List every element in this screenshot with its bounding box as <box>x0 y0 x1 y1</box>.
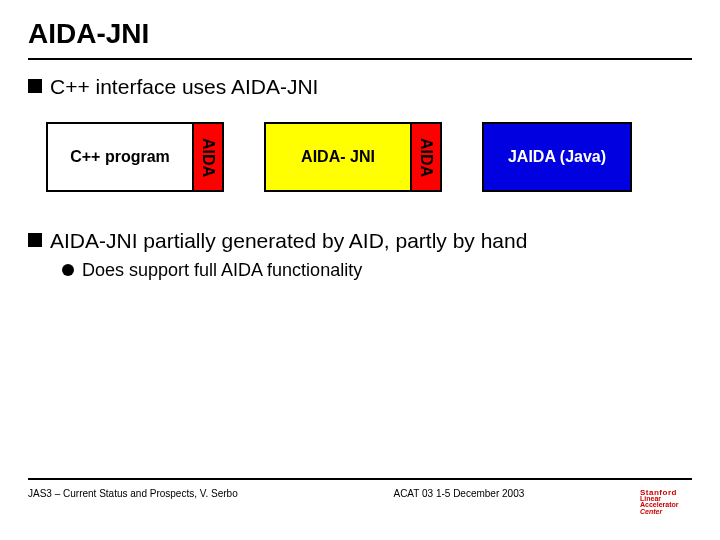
slide-title: AIDA-JNI <box>28 18 692 56</box>
disc-bullet-icon <box>62 264 74 276</box>
aida-tab-left: AIDA <box>192 124 222 190</box>
bullet-2-sub-1: Does support full AIDA functionality <box>62 259 692 282</box>
cpp-program-box: C++ program AIDA <box>46 122 224 192</box>
logo-line-4: Center <box>640 509 692 515</box>
jaida-box: JAIDA (Java) <box>482 122 632 192</box>
bullet-1: C++ interface uses AIDA-JNI <box>28 74 692 100</box>
architecture-diagram: C++ program AIDA AIDA- JNI AIDA JAIDA (J… <box>46 122 692 192</box>
content-area: C++ interface uses AIDA-JNI C++ program … <box>28 60 692 281</box>
square-bullet-icon <box>28 233 42 247</box>
bullet-2-text: AIDA-JNI partially generated by AID, par… <box>50 228 527 254</box>
slide: AIDA-JNI C++ interface uses AIDA-JNI C++… <box>0 0 720 540</box>
square-bullet-icon <box>28 79 42 93</box>
bullet-2-sub-1-text: Does support full AIDA functionality <box>82 259 362 282</box>
slac-logo: Stanford Linear Accelerator Center <box>640 488 692 516</box>
footer-left: JAS3 – Current Status and Prospects, V. … <box>28 488 238 499</box>
footer-row: JAS3 – Current Status and Prospects, V. … <box>28 488 692 516</box>
aida-jni-label: AIDA- JNI <box>266 124 410 190</box>
footer-mid: ACAT 03 1-5 December 2003 <box>393 488 524 499</box>
cpp-program-label: C++ program <box>48 124 192 190</box>
footer-rule <box>28 478 692 480</box>
footer: JAS3 – Current Status and Prospects, V. … <box>28 478 692 516</box>
bullet-1-text: C++ interface uses AIDA-JNI <box>50 74 318 100</box>
aida-jni-box: AIDA- JNI AIDA <box>264 122 442 192</box>
aida-tab-right: AIDA <box>410 124 440 190</box>
jaida-label: JAIDA (Java) <box>508 148 606 166</box>
bullet-2: AIDA-JNI partially generated by AID, par… <box>28 228 692 254</box>
